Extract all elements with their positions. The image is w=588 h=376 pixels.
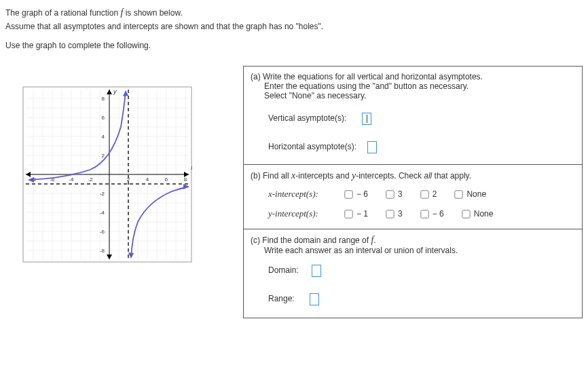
svg-text:x: x bbox=[190, 164, 192, 171]
x-intercept-label: x-intercept(s): bbox=[268, 189, 342, 200]
y-opt-2[interactable]: − 6 bbox=[418, 208, 444, 221]
x-intercept-row: x-intercept(s): − 6 3 2 None bbox=[251, 181, 575, 201]
part-a-sub2: Select "None" as necessary. bbox=[251, 91, 575, 100]
part-c: (c) Find the domain and range of f. Writ… bbox=[244, 229, 582, 318]
y-opt-3-checkbox[interactable] bbox=[462, 210, 470, 218]
svg-text:-2: -2 bbox=[100, 191, 105, 197]
y-intercept-row: y-intercept(s): − 1 3 − 6 None bbox=[251, 201, 575, 223]
y-intercept-label: y-intercept(s): bbox=[268, 208, 342, 219]
y-opt-1-checkbox[interactable] bbox=[386, 210, 394, 218]
part-a-heading: (a) Write the equations for all vertical… bbox=[251, 72, 575, 81]
domain-label: Domain: bbox=[268, 265, 299, 275]
x-opt-0-checkbox[interactable] bbox=[344, 190, 352, 198]
intro-line2: Assume that all asymptotes and intercept… bbox=[5, 20, 583, 33]
horizontal-asymptote-input[interactable] bbox=[367, 141, 377, 153]
range-input[interactable] bbox=[310, 293, 319, 305]
intro-line1-pre: The graph of a rational function bbox=[5, 8, 120, 18]
svg-text:4: 4 bbox=[102, 134, 105, 140]
x-opt-1[interactable]: 3 bbox=[383, 188, 403, 201]
svg-text:6: 6 bbox=[102, 115, 105, 121]
svg-text:-4: -4 bbox=[100, 210, 105, 216]
svg-text:8: 8 bbox=[184, 176, 187, 183]
svg-text:4: 4 bbox=[146, 176, 149, 183]
x-opt-2-checkbox[interactable] bbox=[420, 190, 428, 198]
range-label: Range: bbox=[268, 294, 295, 303]
y-opt-0-checkbox[interactable] bbox=[344, 210, 352, 218]
horizontal-asymptote-label: Horizontal asymptote(s): bbox=[268, 142, 356, 151]
x-opt-3[interactable]: None bbox=[452, 188, 486, 201]
part-a: (a) Write the equations for all vertical… bbox=[244, 67, 582, 164]
intro-line1-post: is shown below. bbox=[123, 8, 182, 18]
svg-text:-6: -6 bbox=[100, 229, 105, 235]
vertical-asymptote-input[interactable] bbox=[362, 113, 371, 125]
y-opt-1[interactable]: 3 bbox=[383, 208, 403, 221]
x-opt-3-checkbox[interactable] bbox=[455, 190, 463, 198]
part-c-heading: (c) Find the domain and range of f. bbox=[251, 235, 575, 246]
svg-text:-8: -8 bbox=[100, 248, 105, 254]
svg-text:y: y bbox=[113, 88, 117, 95]
function-graph: x y -8-6-4-2 2468 8642 -2-4-6-8 bbox=[22, 86, 192, 263]
instructions: The graph of a rational function f is sh… bbox=[5, 5, 583, 52]
y-opt-3[interactable]: None bbox=[459, 208, 494, 221]
svg-text:2: 2 bbox=[102, 153, 105, 159]
y-opt-0[interactable]: − 1 bbox=[342, 208, 368, 221]
intro-line3: Use the graph to complete the following. bbox=[5, 39, 583, 52]
part-b-heading: (b) Find all x-intercepts and y-intercep… bbox=[251, 170, 575, 181]
part-a-sub1: Enter the equations using the "and" butt… bbox=[251, 81, 575, 91]
x-opt-2[interactable]: 2 bbox=[418, 188, 437, 201]
part-c-sub: Write each answer as an interval or unio… bbox=[251, 246, 575, 255]
svg-text:8: 8 bbox=[102, 96, 105, 102]
x-opt-1-checkbox[interactable] bbox=[386, 190, 394, 198]
svg-text:-2: -2 bbox=[88, 176, 93, 183]
svg-text:-4: -4 bbox=[69, 176, 74, 183]
graph-panel: x y -8-6-4-2 2468 8642 -2-4-6-8 bbox=[5, 66, 209, 263]
y-opt-2-checkbox[interactable] bbox=[420, 210, 428, 218]
domain-input[interactable] bbox=[312, 265, 321, 277]
x-opt-0[interactable]: − 6 bbox=[342, 188, 368, 201]
vertical-asymptote-label: Vertical asymptote(s): bbox=[268, 113, 346, 123]
svg-text:6: 6 bbox=[165, 176, 168, 183]
part-b: (b) Find all x-intercepts and y-intercep… bbox=[244, 164, 582, 229]
question-box: (a) Write the equations for all vertical… bbox=[243, 66, 583, 318]
intro-line1: The graph of a rational function f is sh… bbox=[5, 5, 583, 20]
